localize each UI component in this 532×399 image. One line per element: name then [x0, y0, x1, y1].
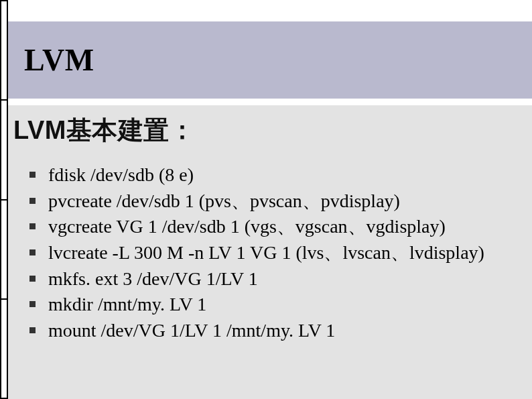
command-list: fdisk /dev/sdb (8 e) pvcreate /dev/sdb 1… [13, 162, 525, 343]
section-subtitle: LVM基本建置： [13, 113, 525, 148]
rail-segment [0, 99, 8, 198]
page-title: LVM [24, 42, 94, 78]
list-item: pvcreate /dev/sdb 1 (pvs、pvscan、pvdispla… [29, 188, 525, 215]
list-item: mkdir /mnt/my. LV 1 [29, 292, 525, 318]
rail-segment [0, 0, 8, 99]
content-band: LVM基本建置： fdisk /dev/sdb (8 e) pvcreate /… [8, 105, 532, 399]
rail-segment [0, 199, 8, 298]
list-item: vgcreate VG 1 /dev/sdb 1 (vgs、vgscan、vgd… [29, 214, 525, 240]
list-item: mkfs. ext 3 /dev/VG 1/LV 1 [29, 266, 525, 292]
list-item: mount /dev/VG 1/LV 1 /mnt/my. LV 1 [29, 318, 525, 344]
accent-rail [0, 0, 8, 399]
header-band: LVM [8, 21, 532, 99]
rail-segment [0, 298, 8, 399]
list-item: lvcreate -L 300 M -n LV 1 VG 1 (lvs、lvsc… [29, 240, 525, 266]
list-item: fdisk /dev/sdb (8 e) [29, 162, 525, 188]
